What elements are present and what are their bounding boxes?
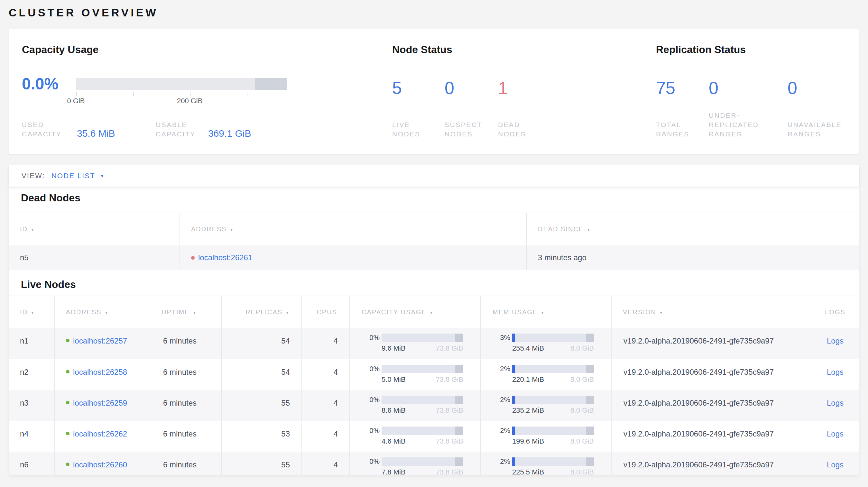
column-header-id[interactable]: ID▼ bbox=[9, 296, 54, 328]
cell-logs: Logs bbox=[811, 328, 859, 359]
cell-capacity: 0%7.8 MiB73.8 GiB bbox=[349, 452, 480, 475]
replication-status-stats: 75TOTALRANGES0UNDER-REPLICATEDRANGES0UNA… bbox=[656, 79, 862, 139]
used-value: 235.2 MiB bbox=[512, 406, 544, 415]
cell-text: 54 bbox=[281, 368, 290, 377]
usage-bar bbox=[512, 426, 594, 435]
total-value: 8.0 GiB bbox=[570, 437, 594, 446]
cell-memory: 2%235.2 MiB8.0 GiB bbox=[480, 390, 611, 421]
used-value: 220.1 MiB bbox=[512, 376, 544, 384]
page-title: CLUSTER OVERVIEW bbox=[9, 0, 859, 20]
cell-text: 54 bbox=[281, 336, 290, 346]
cell-version: v19.2.0-alpha.20190606-2491-gfe735c9a97 bbox=[611, 359, 811, 390]
sort-desc-icon: ▼ bbox=[104, 310, 108, 315]
used-value: 7.8 MiB bbox=[381, 468, 406, 475]
column-header-version[interactable]: VERSION▼ bbox=[611, 296, 811, 328]
cell-cpus: 4 bbox=[302, 328, 349, 359]
cell-capacity: 0%4.6 MiB73.8 GiB bbox=[349, 421, 480, 452]
cell-replicas: 53 bbox=[221, 421, 302, 452]
cell-cpus: 4 bbox=[302, 390, 349, 421]
column-header-label: ADDRESS bbox=[66, 309, 102, 316]
cell-text: 6 minutes bbox=[163, 398, 196, 408]
usage-bar-row: 0% bbox=[360, 396, 463, 404]
cell-address: localhost:26262 bbox=[54, 421, 150, 452]
address-link[interactable]: localhost:26261 bbox=[198, 253, 252, 262]
used-value: 199.6 MiB bbox=[512, 437, 544, 446]
chevron-down-icon[interactable]: ▼ bbox=[100, 173, 104, 178]
usage-bar-row: 3% bbox=[491, 333, 594, 342]
usage-bar-reserved bbox=[455, 365, 463, 373]
live-nodes-table: ID▼ADDRESS▼UPTIME▼REPLICAS▼CPUSCAPACITY … bbox=[9, 296, 859, 475]
logs-link[interactable]: Logs bbox=[827, 460, 843, 469]
capacity-gauge-ticks bbox=[76, 92, 287, 96]
usage-values: 225.5 MiB8.0 GiB bbox=[512, 468, 594, 475]
column-header-label: MEM USAGE bbox=[493, 309, 537, 316]
sort-desc-icon: ▼ bbox=[540, 310, 544, 315]
logs-link[interactable]: Logs bbox=[827, 398, 843, 408]
cell-text: 53 bbox=[281, 429, 290, 439]
usage-bar bbox=[381, 333, 463, 342]
cell-text: 4 bbox=[334, 429, 338, 439]
column-header-address[interactable]: ADDRESS▼ bbox=[54, 296, 150, 328]
address-link[interactable]: localhost:26257 bbox=[73, 336, 127, 346]
capacity-stat-label: USABLECAPACITY bbox=[156, 120, 208, 139]
usage-bar-reserved bbox=[586, 365, 594, 373]
address-link[interactable]: localhost:26259 bbox=[73, 398, 127, 408]
sort-desc-icon: ▼ bbox=[31, 226, 34, 232]
usage-bar-reserved bbox=[455, 333, 463, 342]
cell-memory: 2%199.6 MiB8.0 GiB bbox=[480, 421, 611, 452]
total-value: 8.0 GiB bbox=[570, 468, 594, 475]
stat-unavailable-ranges: 0UNAVAILABLERANGES bbox=[787, 79, 862, 139]
cell-text: 6 minutes bbox=[163, 336, 196, 346]
column-header-label: CAPACITY USAGE bbox=[362, 309, 427, 316]
live-node-dot bbox=[66, 462, 69, 466]
cell-address: localhost:26261 bbox=[180, 246, 526, 270]
column-header-dead_since[interactable]: DEAD SINCE▼ bbox=[526, 213, 859, 246]
view-selector[interactable]: NODE LIST bbox=[52, 172, 95, 180]
stat-suspect-nodes: 0SUSPECTNODES bbox=[445, 79, 498, 139]
dead-nodes-heading: Dead Nodes bbox=[9, 187, 859, 204]
column-header-replicas[interactable]: REPLICAS▼ bbox=[221, 296, 302, 328]
cell-id: n2 bbox=[9, 359, 54, 390]
usage-bar-row: 2% bbox=[491, 457, 594, 466]
view-bar: VIEW: NODE LIST ▼ bbox=[9, 165, 859, 187]
tick-mark bbox=[76, 92, 76, 96]
stat-value: 0 bbox=[445, 79, 498, 97]
cell-memory: 3%255.4 MiB8.0 GiB bbox=[480, 328, 611, 359]
table-row: n5localhost:262613 minutes ago bbox=[9, 246, 859, 270]
capacity-stat: USEDCAPACITY35.6 MiB bbox=[22, 120, 156, 139]
column-header-id[interactable]: ID▼ bbox=[9, 213, 180, 246]
column-header-uptime[interactable]: UPTIME▼ bbox=[150, 296, 221, 328]
sort-desc-icon: ▼ bbox=[193, 310, 196, 315]
table-row: n4localhost:262626 minutes5340%4.6 MiB73… bbox=[9, 421, 859, 452]
address-link[interactable]: localhost:26258 bbox=[73, 368, 127, 377]
cell-uptime: 6 minutes bbox=[150, 359, 221, 390]
total-value: 8.0 GiB bbox=[570, 376, 594, 384]
usage-bar bbox=[512, 333, 594, 342]
logs-link[interactable]: Logs bbox=[827, 368, 843, 377]
cell-replicas: 54 bbox=[221, 359, 302, 390]
cell-version: v19.2.0-alpha.20190606-2491-gfe735c9a97 bbox=[611, 390, 811, 421]
stat-label: DEADNODES bbox=[498, 120, 562, 139]
logs-link[interactable]: Logs bbox=[827, 429, 843, 439]
cell-text: 55 bbox=[281, 398, 290, 408]
stat-live-nodes: 5LIVENODES bbox=[392, 79, 445, 139]
cell-id: n1 bbox=[9, 328, 54, 359]
column-header-capacity[interactable]: CAPACITY USAGE▼ bbox=[349, 296, 480, 328]
used-value: 8.6 MiB bbox=[381, 406, 406, 415]
usage-bar-reserved bbox=[586, 333, 594, 342]
usage-values: 255.4 MiB8.0 GiB bbox=[512, 344, 594, 353]
address-link[interactable]: localhost:26262 bbox=[73, 429, 127, 439]
dead-node-dot bbox=[191, 256, 195, 260]
column-header-address[interactable]: ADDRESS▼ bbox=[180, 213, 526, 246]
dead-nodes-table: ID▼ADDRESS▼DEAD SINCE▼n5localhost:262613… bbox=[9, 213, 859, 270]
column-header-memory[interactable]: MEM USAGE▼ bbox=[480, 296, 611, 328]
address-link[interactable]: localhost:26260 bbox=[73, 460, 127, 469]
cell-memory: 2%220.1 MiB8.0 GiB bbox=[480, 359, 611, 390]
usage-bar bbox=[512, 396, 594, 404]
cell-logs: Logs bbox=[811, 452, 859, 475]
capacity-percent: 0.0% bbox=[22, 77, 76, 91]
usage-values: 220.1 MiB8.0 GiB bbox=[512, 376, 594, 384]
usage-bar-reserved bbox=[586, 396, 594, 404]
usage-percent: 0% bbox=[360, 396, 380, 404]
logs-link[interactable]: Logs bbox=[827, 336, 843, 346]
